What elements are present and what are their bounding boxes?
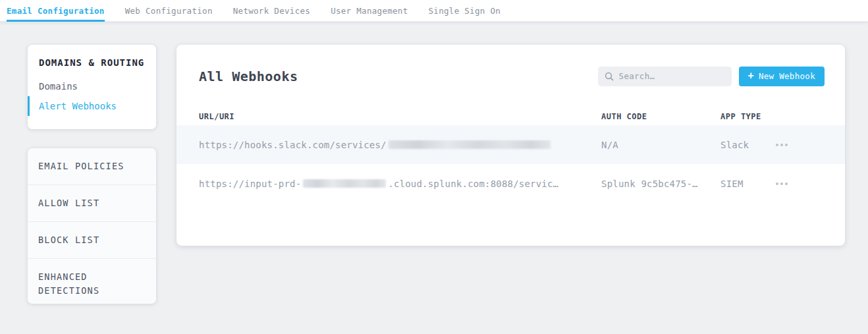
sidebar-item-allow-list[interactable]: ALLOW LIST bbox=[28, 184, 156, 221]
tab-email-configuration[interactable]: Email Configuration bbox=[7, 0, 105, 21]
sidebar-item-block-list[interactable]: BLOCK LIST bbox=[28, 221, 156, 258]
app-type-cell: SIEM bbox=[720, 179, 773, 189]
row-ellipsis-menu-icon[interactable] bbox=[773, 140, 790, 150]
auth-code-cell: Splunk 9c5bc475-… bbox=[601, 179, 720, 189]
sidebar-item-alert-webhooks[interactable]: Alert Webhooks bbox=[28, 96, 156, 116]
table-row: https://input-prd-.cloud.splunk.com:8088… bbox=[176, 164, 845, 203]
new-webhook-button-label: New Webhook bbox=[759, 71, 815, 81]
column-header-url: URL/URI bbox=[176, 112, 601, 121]
sidebar-routing-card: DOMAINS & ROUTING Domains Alert Webhooks bbox=[28, 45, 156, 129]
webhook-url-prefix: https://hooks.slack.com/services/ bbox=[199, 140, 387, 150]
top-tab-bar: Email Configuration Web Configuration Ne… bbox=[0, 0, 868, 22]
sidebar-sections-card: EMAIL POLICIES ALLOW LIST BLOCK LIST ENH… bbox=[28, 148, 156, 304]
webhook-url-suffix: .cloud.splunk.com:8088/servic… bbox=[388, 179, 558, 189]
redacted-url-segment bbox=[303, 179, 386, 188]
webhook-url-prefix: https://input-prd- bbox=[199, 179, 301, 189]
app-type-cell: Slack bbox=[720, 140, 773, 150]
routing-card-title: DOMAINS & ROUTING bbox=[28, 57, 156, 68]
column-header-app-type: APP TYPE bbox=[720, 112, 773, 121]
sidebar-item-domains[interactable]: Domains bbox=[28, 76, 156, 96]
tab-network-devices[interactable]: Network Devices bbox=[233, 0, 310, 21]
header-actions: + New Webhook bbox=[598, 67, 825, 86]
column-header-auth-code: AUTH CODE bbox=[601, 112, 720, 121]
tab-single-sign-on[interactable]: Single Sign On bbox=[429, 0, 501, 21]
panel-header: All Webhooks + New Webhook bbox=[176, 45, 845, 107]
page-title: All Webhooks bbox=[199, 69, 298, 84]
routing-nav-list: Domains Alert Webhooks bbox=[28, 76, 156, 116]
webhook-url-cell: https://hooks.slack.com/services/ bbox=[176, 140, 601, 150]
redacted-url-segment bbox=[389, 140, 551, 149]
sidebar-item-enhanced-detections[interactable]: ENHANCED DETECTIONS bbox=[28, 258, 156, 304]
webhooks-panel: All Webhooks + New Webhook URL/URI AUTH … bbox=[176, 45, 845, 246]
search-input[interactable] bbox=[619, 71, 725, 81]
webhook-url-cell: https://input-prd-.cloud.splunk.com:8088… bbox=[176, 179, 601, 189]
search-box bbox=[598, 67, 732, 86]
search-icon bbox=[605, 72, 614, 81]
row-ellipsis-menu-icon[interactable] bbox=[773, 179, 790, 189]
tab-web-configuration[interactable]: Web Configuration bbox=[125, 0, 213, 21]
new-webhook-button[interactable]: + New Webhook bbox=[739, 67, 825, 86]
plus-icon: + bbox=[748, 71, 754, 81]
auth-code-cell: N/A bbox=[601, 140, 720, 150]
sidebar-item-email-policies[interactable]: EMAIL POLICIES bbox=[28, 148, 156, 184]
table-header-row: URL/URI AUTH CODE APP TYPE bbox=[176, 107, 845, 125]
tab-user-management[interactable]: User Management bbox=[331, 0, 408, 21]
table-row: https://hooks.slack.com/services/ N/A Sl… bbox=[176, 125, 845, 164]
